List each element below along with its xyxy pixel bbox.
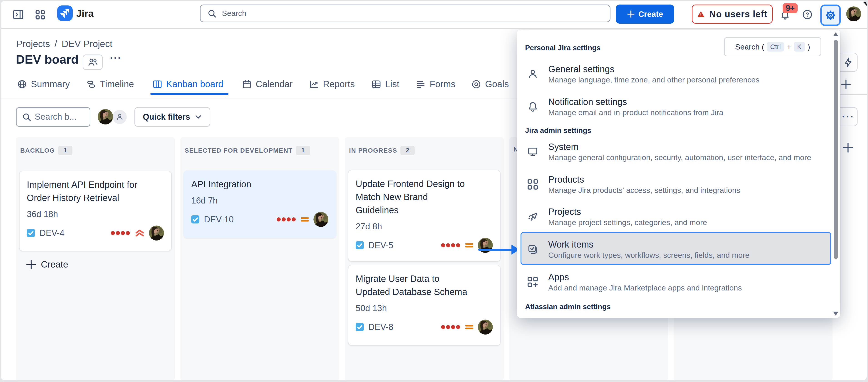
svg-text:?: ? <box>806 11 809 18</box>
